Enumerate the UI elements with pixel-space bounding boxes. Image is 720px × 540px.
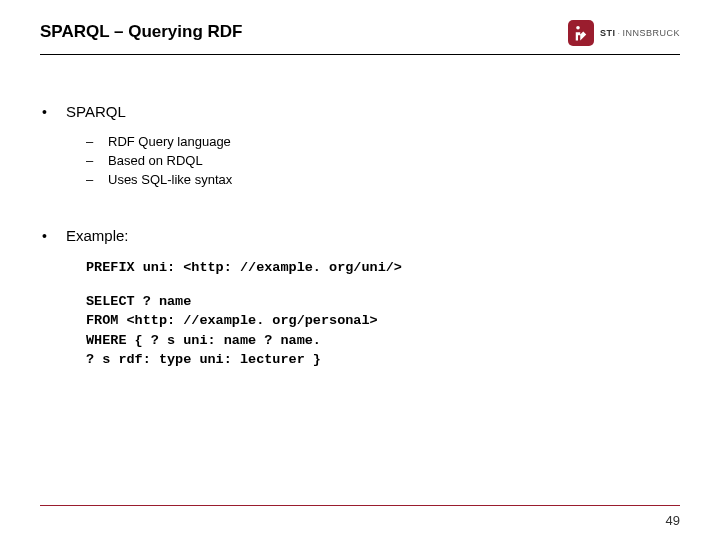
code-line: FROM <http: //example. org/personal> bbox=[86, 311, 680, 331]
sparql-sublist: – RDF Query language – Based on RDQL – U… bbox=[86, 134, 680, 187]
slide-header: SPARQL – Querying RDF STI·INNSBRUCK bbox=[40, 22, 680, 46]
bullet-marker: • bbox=[42, 105, 66, 119]
bullet-marker: • bbox=[42, 229, 66, 243]
sub-text: RDF Query language bbox=[108, 134, 231, 149]
logo-text: STI·INNSBRUCK bbox=[600, 28, 680, 38]
code-blank-line bbox=[86, 278, 680, 292]
dash-marker: – bbox=[86, 153, 108, 168]
bullet-text: Example: bbox=[66, 227, 129, 244]
logo-sep: · bbox=[617, 28, 620, 38]
sub-item: – Based on RDQL bbox=[86, 153, 680, 168]
logo-icon bbox=[568, 20, 594, 46]
dash-marker: – bbox=[86, 172, 108, 187]
bullet-text: SPARQL bbox=[66, 103, 126, 120]
slide: SPARQL – Querying RDF STI·INNSBRUCK • SP… bbox=[0, 0, 720, 540]
slide-title: SPARQL – Querying RDF bbox=[40, 22, 242, 42]
bullet-example: • Example: bbox=[42, 227, 680, 244]
footer-divider bbox=[40, 505, 680, 506]
sub-text: Uses SQL-like syntax bbox=[108, 172, 232, 187]
logo: STI·INNSBRUCK bbox=[568, 20, 680, 46]
bullet-sparql: • SPARQL bbox=[42, 103, 680, 120]
slide-content: • SPARQL – RDF Query language – Based on… bbox=[40, 103, 680, 370]
svg-point-0 bbox=[576, 26, 580, 30]
sub-item: – RDF Query language bbox=[86, 134, 680, 149]
header-divider bbox=[40, 54, 680, 55]
code-line: WHERE { ? s uni: name ? name. bbox=[86, 331, 680, 351]
code-line: SELECT ? name bbox=[86, 292, 680, 312]
sub-text: Based on RDQL bbox=[108, 153, 203, 168]
page-number: 49 bbox=[666, 513, 680, 528]
code-block: PREFIX uni: <http: //example. org/uni/> … bbox=[86, 258, 680, 370]
code-line: ? s rdf: type uni: lecturer } bbox=[86, 350, 680, 370]
code-line: PREFIX uni: <http: //example. org/uni/> bbox=[86, 258, 680, 278]
logo-sti: STI bbox=[600, 28, 616, 38]
logo-name: INNSBRUCK bbox=[622, 28, 680, 38]
sub-item: – Uses SQL-like syntax bbox=[86, 172, 680, 187]
dash-marker: – bbox=[86, 134, 108, 149]
